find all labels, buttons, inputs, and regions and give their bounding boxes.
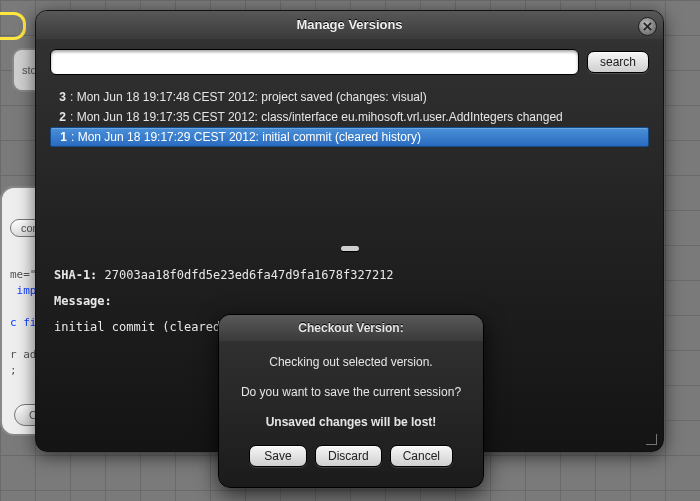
version-number: 3 bbox=[50, 87, 66, 107]
version-row[interactable]: 3 : Mon Jun 18 19:17:48 CEST 2012: proje… bbox=[50, 87, 649, 107]
sha-value: 27003aa18f0dfd5e23ed6fa47d9fa1678f327212 bbox=[105, 268, 394, 282]
dialog-title: Checkout Version: bbox=[219, 315, 483, 341]
version-number: 1 bbox=[51, 127, 67, 147]
version-list[interactable]: 3 : Mon Jun 18 19:17:48 CEST 2012: proje… bbox=[36, 83, 663, 151]
window-title: Manage Versions bbox=[296, 17, 402, 32]
dialog-button-row: Save Discard Cancel bbox=[219, 445, 483, 467]
version-text: : Mon Jun 18 19:17:35 CEST 2012: class/i… bbox=[70, 107, 563, 127]
version-number: 2 bbox=[50, 107, 66, 127]
search-row: search bbox=[36, 39, 663, 83]
version-row-selected[interactable]: 1 : Mon Jun 18 19:17:29 CEST 2012: initi… bbox=[50, 127, 649, 147]
window-close-button[interactable] bbox=[638, 17, 657, 36]
discard-button[interactable]: Discard bbox=[315, 445, 382, 467]
dialog-line1: Checking out selected version. bbox=[219, 347, 483, 377]
window-titlebar: Manage Versions bbox=[36, 11, 663, 39]
save-button[interactable]: Save bbox=[249, 445, 307, 467]
dialog-warning: Unsaved changes will be lost! bbox=[219, 407, 483, 437]
version-row[interactable]: 2 : Mon Jun 18 19:17:35 CEST 2012: class… bbox=[50, 107, 649, 127]
message-label: Message: bbox=[54, 294, 112, 308]
dialog-line2: Do you want to save the current session? bbox=[219, 377, 483, 407]
search-input[interactable] bbox=[50, 49, 579, 75]
version-text: : Mon Jun 18 19:17:29 CEST 2012: initial… bbox=[71, 127, 421, 147]
dialog-body: Checking out selected version. Do you wa… bbox=[219, 341, 483, 467]
splitter-handle[interactable] bbox=[341, 246, 359, 251]
yellow-connector bbox=[0, 12, 26, 40]
version-text: : Mon Jun 18 19:17:48 CEST 2012: project… bbox=[70, 87, 427, 107]
sha-label: SHA-1: bbox=[54, 268, 97, 282]
search-button[interactable]: search bbox=[587, 51, 649, 73]
checkout-dialog: Checkout Version: Checking out selected … bbox=[218, 314, 484, 488]
close-icon bbox=[643, 22, 652, 31]
resize-handle[interactable] bbox=[643, 431, 657, 445]
cancel-button[interactable]: Cancel bbox=[390, 445, 453, 467]
